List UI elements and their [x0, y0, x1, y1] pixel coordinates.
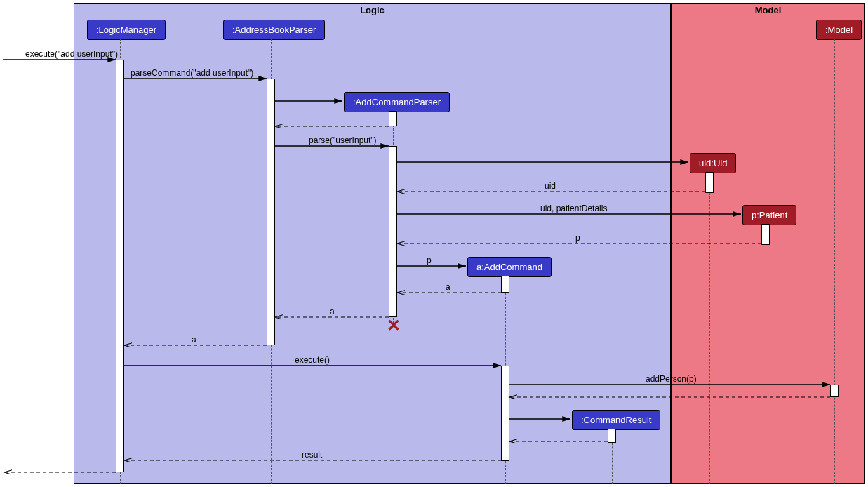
msg-addperson: addPerson(p) — [646, 374, 697, 384]
msg-a-return1: a — [446, 282, 450, 292]
msg-parse-command: parseCommand("add userInput") — [131, 68, 253, 78]
sequence-diagram: Logic Model :LogicManager :AddressBookPa… — [0, 0, 868, 487]
activation-add-command-1 — [501, 276, 509, 293]
msg-a-return3: a — [192, 335, 196, 345]
participant-logic-manager: :LogicManager — [87, 20, 166, 40]
participant-add-command-parser: :AddCommandParser — [344, 92, 450, 112]
destroy-icon: ✕ — [387, 316, 401, 335]
participant-patient: p:Patient — [742, 205, 796, 225]
activation-address-book-parser — [267, 79, 275, 345]
activation-add-command-parser-1 — [389, 111, 397, 126]
activation-logic-manager — [116, 60, 124, 472]
msg-execute: execute("add userInput") — [25, 49, 118, 59]
participant-model: :Model — [816, 20, 862, 40]
msg-uid-return: uid — [545, 181, 556, 191]
participant-add-command: a:AddCommand — [467, 257, 552, 277]
msg-parse: parse("userInput") — [309, 135, 377, 145]
msg-p-return: p — [575, 233, 580, 243]
participant-address-book-parser: :AddressBookParser — [223, 20, 325, 40]
frame-title-model: Model — [751, 4, 786, 17]
msg-uid-patientdetails: uid, patientDetails — [540, 204, 607, 213]
msg-p-send: p — [427, 255, 432, 265]
msg-execute-cmd: execute() — [295, 355, 330, 365]
activation-patient — [761, 224, 770, 245]
frame-title-logic: Logic — [356, 4, 389, 17]
activation-command-result — [608, 429, 616, 443]
msg-result: result — [302, 450, 322, 460]
activation-model — [830, 385, 839, 397]
lifeline-uid — [709, 172, 710, 484]
activation-add-command-parser-2 — [389, 146, 397, 317]
lifeline-patient — [766, 224, 766, 484]
lifeline-model — [834, 39, 835, 484]
activation-add-command-2 — [501, 366, 509, 461]
activation-uid — [705, 172, 714, 193]
msg-a-return2: a — [330, 307, 335, 316]
participant-command-result: :CommandResult — [572, 410, 660, 430]
participant-uid: uid:Uid — [690, 153, 736, 173]
